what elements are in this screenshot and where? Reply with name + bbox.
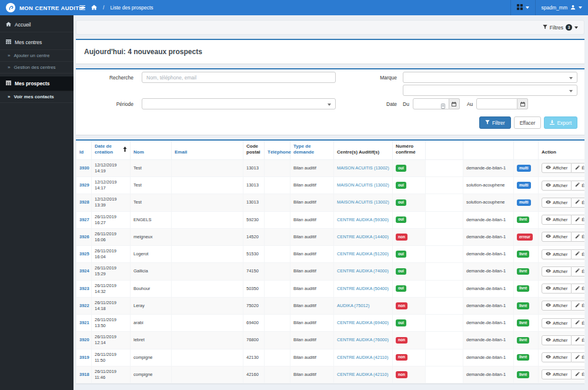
centre-link[interactable]: CENTRE AUDIKA (50400): [337, 286, 389, 291]
cell-status: livré: [514, 349, 539, 366]
prospect-id-link[interactable]: 3928: [79, 199, 89, 205]
afficher-button[interactable]: Afficher: [542, 266, 572, 276]
filters-dropdown-button[interactable]: Filtres 3: [543, 24, 578, 31]
editer-button[interactable]: Éditer: [572, 198, 584, 208]
pencil-icon: [575, 165, 580, 171]
header-label: Date de création: [95, 144, 113, 155]
afficher-button[interactable]: Afficher: [542, 301, 572, 311]
cell-status: multi: [514, 159, 539, 176]
cell-code-postal: 42160: [243, 366, 265, 383]
sidebar-toggle-icon[interactable]: [79, 5, 85, 11]
centre-link[interactable]: AUDIKA (75012): [337, 303, 369, 308]
centre-link[interactable]: CENTRE AUDIKA (42110): [337, 372, 388, 377]
periode-select[interactable]: [142, 98, 336, 109]
afficher-button[interactable]: Afficher: [542, 181, 572, 191]
afficher-button[interactable]: Afficher: [542, 369, 572, 379]
user-menu-button[interactable]: spadm_mm: [535, 0, 588, 15]
prospect-id-link[interactable]: 3922: [79, 303, 89, 308]
centre-link[interactable]: CENTRE AUDIKA (59300): [337, 217, 389, 222]
afficher-button-label: Afficher: [553, 234, 567, 239]
calendar-button[interactable]: [449, 98, 460, 109]
afficher-button[interactable]: Afficher: [542, 198, 572, 208]
date-au-input[interactable]: [476, 98, 517, 109]
sidebar-item-ajouter-un-centre[interactable]: » Ajouter un centre: [0, 50, 74, 62]
effacer-button[interactable]: Effacer: [514, 116, 542, 129]
cell-telephone: [265, 177, 290, 194]
cell-email: [172, 366, 243, 383]
editer-button[interactable]: Éditer: [572, 249, 584, 259]
prospect-id-link[interactable]: 3918: [79, 372, 89, 377]
breadcrumb-separator: /: [103, 5, 104, 11]
centre-link[interactable]: MAISON ACUITIS (13002): [337, 182, 389, 188]
sidebar-item-voir-mes-contacts[interactable]: » Voir mes contacts: [0, 91, 74, 103]
afficher-button[interactable]: Afficher: [542, 284, 572, 294]
afficher-button[interactable]: Afficher: [542, 163, 572, 173]
centre-link[interactable]: MAISON ACUITIS (13002): [337, 165, 389, 171]
editer-button[interactable]: Éditer: [572, 181, 584, 191]
topbar-breadcrumb: / Liste des prospects: [74, 0, 153, 15]
centre-link[interactable]: MAISON ACUITIS (13002): [337, 199, 389, 205]
prospect-id-link[interactable]: 3927: [79, 217, 89, 222]
centre-link[interactable]: CENTRE AUDIKA (51200): [337, 251, 389, 256]
eye-icon: [546, 217, 551, 222]
prospect-id-link[interactable]: 3923: [79, 286, 89, 291]
editer-button[interactable]: Éditer: [572, 232, 584, 242]
periode-label: Période: [83, 98, 133, 107]
afficher-button-label: Afficher: [553, 338, 567, 343]
afficher-button[interactable]: Afficher: [542, 232, 572, 242]
prospect-id-link[interactable]: 3920: [79, 337, 89, 342]
editer-button[interactable]: Éditer: [572, 318, 584, 328]
prospect-id-link[interactable]: 3921: [79, 320, 89, 325]
centre-link[interactable]: CENTRE AUDIKA (42110): [337, 355, 388, 360]
centre-link[interactable]: CENTRE AUDIKA (14400): [337, 234, 389, 239]
prospect-id-link[interactable]: 3924: [79, 268, 89, 274]
editer-button[interactable]: Éditer: [572, 301, 584, 311]
header-type-demande[interactable]: Type de demande: [290, 141, 334, 159]
editer-button[interactable]: Éditer: [572, 284, 584, 294]
header-nom[interactable]: Nom: [131, 141, 172, 159]
sidebar-item-mes-prospects[interactable]: Mes prospects: [0, 76, 74, 91]
centre-link[interactable]: CENTRE AUDIKA (76000): [337, 337, 389, 342]
afficher-button[interactable]: Afficher: [542, 249, 572, 259]
marque-select-2[interactable]: [403, 85, 577, 96]
header-telephone[interactable]: Téléphone: [265, 141, 290, 159]
cell-id: 3929: [76, 177, 92, 194]
export-button[interactable]: Export: [544, 116, 577, 129]
sidebar-item-mes-centres[interactable]: Mes centres: [0, 35, 74, 50]
afficher-button[interactable]: Afficher: [542, 352, 572, 362]
editer-button[interactable]: Éditer: [572, 266, 584, 276]
marque-select-1[interactable]: [403, 72, 577, 83]
afficher-button[interactable]: Afficher: [542, 335, 572, 345]
prospect-id-link[interactable]: 3929: [79, 182, 89, 188]
chevron-down-icon: [574, 26, 578, 29]
prospect-id-link[interactable]: 3919: [79, 355, 89, 360]
centre-link[interactable]: CENTRE AUDIKA (74000): [337, 268, 389, 274]
header-date-creation[interactable]: Date de création: [92, 141, 131, 159]
calendar-button[interactable]: [517, 98, 528, 109]
cell-action: Afficher Éditer: [539, 366, 585, 383]
search-input[interactable]: [142, 72, 336, 83]
header-email[interactable]: Email: [172, 141, 243, 159]
afficher-button[interactable]: Afficher: [542, 318, 572, 328]
cell-telephone: [265, 211, 290, 228]
brand[interactable]: MON CENTRE AUDITIF: [0, 0, 74, 15]
table-row: 3924 26/11/2019 15:29 Gallicia 74150 Bil…: [76, 263, 585, 280]
afficher-button[interactable]: Afficher: [542, 215, 572, 225]
editer-button[interactable]: Éditer: [572, 215, 584, 225]
prospect-id-link[interactable]: 3930: [79, 165, 89, 171]
editer-button[interactable]: Éditer: [572, 369, 584, 379]
status-badge: livré: [517, 285, 529, 292]
prospect-id-link[interactable]: 3925: [79, 251, 89, 256]
header-id[interactable]: Id: [76, 141, 92, 159]
prospect-id-link[interactable]: 3926: [79, 234, 89, 239]
centre-link[interactable]: CENTRE AUDIKA (69400): [337, 320, 389, 325]
home-icon[interactable]: [91, 5, 97, 11]
editer-button[interactable]: Éditer: [572, 163, 584, 173]
editer-button[interactable]: Éditer: [572, 352, 584, 362]
sidebar-item-accueil[interactable]: Accueil: [0, 18, 74, 32]
sidebar-item-gestion-des-centres[interactable]: » Gestion des centres: [0, 62, 74, 74]
cell-id: 3930: [76, 159, 92, 176]
settings-menu-button[interactable]: [510, 0, 535, 15]
editer-button[interactable]: Éditer: [572, 335, 584, 345]
filtrer-button[interactable]: Filtrer: [479, 116, 511, 129]
